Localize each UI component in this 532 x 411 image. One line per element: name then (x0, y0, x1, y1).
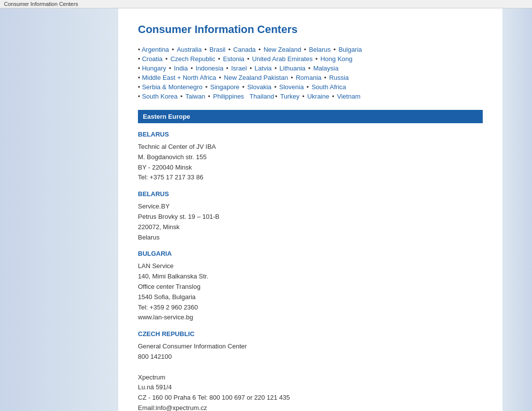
main-layout: Consumer Information Centers Argentina •… (0, 8, 532, 411)
country-belarus-2: BELARUS Service.BY Petrus Brovky st. 19 … (138, 190, 483, 242)
link-bulgaria[interactable]: Bulgaria (338, 46, 362, 53)
link-vietnam[interactable]: Vietnam (337, 93, 360, 100)
links-row-1: Argentina • Australia • Brasil • Canada … (138, 46, 483, 53)
top-bar: Consumer Information Centers (0, 0, 532, 8)
section-header: Eastern Europe (138, 110, 483, 123)
link-australia[interactable]: Australia (177, 46, 202, 53)
link-ukraine[interactable]: Ukraine (307, 93, 330, 100)
link-argentina[interactable]: Argentina (141, 46, 169, 53)
link-serbia[interactable]: Serbia & Montenegro (142, 83, 202, 91)
link-estonia[interactable]: Estonia (223, 55, 244, 63)
link-india[interactable]: India (174, 65, 188, 72)
links-row-4: Middle East + North Africa • New Zealand… (138, 74, 483, 81)
links-row-3: Hungary • India • Indonesia • Israel • L… (138, 65, 483, 72)
link-croatia[interactable]: Croatia (142, 55, 163, 63)
sidebar-left (0, 8, 118, 411)
address-belarus2: Service.BY Petrus Brovky st. 19 – 101-B … (138, 202, 483, 242)
sidebar-right (502, 8, 532, 411)
link-thailand[interactable]: Thailand (250, 93, 274, 100)
country-heading-czech: CZECH REPUBLIC (138, 330, 483, 338)
link-slovakia[interactable]: Slovakia (247, 83, 271, 91)
address-belarus1: Technic al Center of JV IBA M. Bogdanovi… (138, 142, 483, 183)
link-canada[interactable]: Canada (233, 46, 256, 53)
country-heading-belarus1: BELARUS (138, 131, 483, 138)
link-lithuania[interactable]: Lithuania (279, 65, 305, 72)
link-malaysia[interactable]: Malaysia (313, 65, 338, 72)
link-middle-east[interactable]: Middle East + North Africa (142, 74, 216, 81)
link-hungary[interactable]: Hungary (142, 65, 166, 72)
link-slovenia[interactable]: Slovenia (279, 83, 304, 91)
link-latvia[interactable]: Latvia (255, 65, 272, 72)
page-title: Consumer Information Centers (138, 23, 483, 36)
country-heading-bulgaria: BULGARIA (138, 250, 483, 257)
country-heading-belarus2: BELARUS (138, 190, 483, 198)
country-czech: CZECH REPUBLIC General Consumer Informat… (138, 330, 483, 411)
country-belarus-1: BELARUS Technic al Center of JV IBA M. B… (138, 131, 483, 183)
link-brasil[interactable]: Brasil (209, 46, 226, 53)
links-list: Argentina • Australia • Brasil • Canada … (138, 46, 483, 100)
link-turkey[interactable]: Turkey (280, 93, 299, 100)
link-new-zealand[interactable]: New Zealand (264, 46, 301, 53)
country-bulgaria: BULGARIA LAN Service 140, Mimi Balkanska… (138, 250, 483, 323)
link-israel[interactable]: Israel (231, 65, 247, 72)
link-czech-republic[interactable]: Czech Republic (170, 55, 215, 63)
link-indonesia[interactable]: Indonesia (196, 65, 223, 72)
address-bulgaria: LAN Service 140, Mimi Balkanska Str. Off… (138, 261, 483, 323)
links-section: Argentina • Australia • Brasil • Canada … (138, 46, 483, 100)
link-russia[interactable]: Russia (329, 74, 349, 81)
link-belarus[interactable]: Belarus (309, 46, 331, 53)
links-row-2: Croatia • Czech Republic • Estonia • Uni… (138, 55, 483, 63)
link-philippines[interactable]: Philippines (213, 93, 244, 100)
link-nz-pakistan[interactable]: New Zealand Pakistan (224, 74, 288, 81)
links-row-5: Serbia & Montenegro • Singapore • Slovak… (138, 83, 483, 91)
address-czech: General Consumer Information Center 800 … (138, 342, 483, 411)
content-area: Consumer Information Centers Argentina •… (118, 8, 502, 411)
link-romania[interactable]: Romania (296, 74, 321, 81)
link-hong-kong[interactable]: Hong Kong (320, 55, 352, 63)
links-row-6: South Korea • Taiwan • Philippines Thail… (138, 93, 483, 100)
link-uae[interactable]: United Arab Emirates (252, 55, 313, 63)
link-south-korea[interactable]: South Korea (142, 93, 177, 100)
link-taiwan[interactable]: Taiwan (185, 93, 205, 100)
link-south-africa[interactable]: South Africa (311, 83, 346, 91)
link-singapore[interactable]: Singapore (210, 83, 239, 91)
top-bar-title: Consumer Information Centers (4, 1, 78, 7)
